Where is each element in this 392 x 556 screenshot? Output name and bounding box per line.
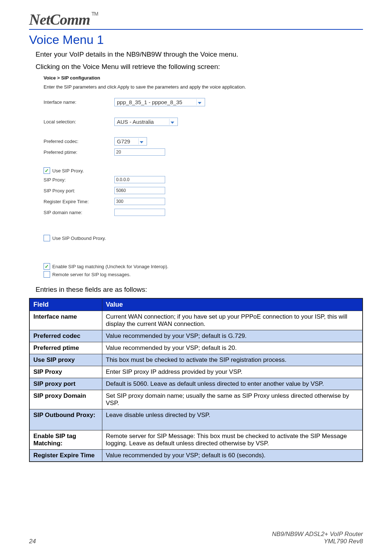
label-tag-matching: Enable SIP tag matching (Uncheck for Von… bbox=[52, 264, 168, 269]
cell-value: Set SIP proxy domain name; usually the s… bbox=[102, 390, 363, 409]
input-sip-proxy[interactable]: 0.0.0.0 bbox=[114, 176, 165, 183]
row-local: Local selection: AUS - Australia bbox=[44, 117, 341, 126]
header-rule: NetCommTM bbox=[29, 11, 363, 30]
table-row: SIP proxy DomainSet SIP proxy domain nam… bbox=[29, 390, 363, 409]
label-codec: Preferred codec: bbox=[44, 139, 114, 144]
cell-value: Value recommended by your VSP; default i… bbox=[102, 330, 363, 342]
checkbox-use-sip-proxy[interactable] bbox=[44, 167, 50, 174]
row-sip-port: SIP Proxy port: 5060 bbox=[44, 186, 341, 195]
intro-line-1: Enter your VoIP details in the NB9/NB9W … bbox=[36, 50, 363, 58]
row-outbound-proxy: Use SIP Outbound Proxy. bbox=[44, 235, 341, 241]
page: NetCommTM Voice Menu 1 Enter your VoIP d… bbox=[0, 0, 392, 556]
table-row: SIP Outbound Proxy:Leave disable unless … bbox=[29, 409, 363, 430]
select-local-value: AUS - Australia bbox=[117, 119, 167, 125]
row-reg-expire: Register Expire Time: 300 bbox=[44, 197, 341, 206]
breadcrumb: Voice > SIP configuration bbox=[44, 75, 341, 81]
cell-value: This box must be checked to activate the… bbox=[102, 354, 363, 366]
cell-field: SIP proxy port bbox=[29, 378, 102, 390]
cell-field: Preferred ptime bbox=[29, 342, 102, 354]
cell-value: Leave disable unless directed by VSP. bbox=[102, 409, 363, 430]
row-codec: Preferred codec: G729 bbox=[44, 137, 341, 146]
cell-value: Value recommended by your VSP; default i… bbox=[102, 450, 363, 462]
checkbox-remote-log[interactable] bbox=[44, 271, 50, 278]
cell-field: Enable SIP tag Matching: bbox=[29, 430, 102, 450]
checkbox-tag-matching[interactable] bbox=[44, 263, 50, 270]
cell-field: Preferred codec bbox=[29, 330, 102, 342]
select-codec-value: G729 bbox=[117, 138, 136, 144]
chevron-down-icon bbox=[169, 119, 175, 125]
cell-field: Register Expire Time bbox=[29, 450, 102, 462]
row-sip-domain: SIP domain name: bbox=[44, 208, 341, 217]
table-row: Register Expire TimeValue recommended by… bbox=[29, 450, 363, 462]
label-reg-expire: Register Expire Time: bbox=[44, 199, 114, 204]
table-row: Interface nameCurrent WAN connection; if… bbox=[29, 311, 363, 330]
footer-right: NB9/NB9W ADSL2+ VoIP Router YML790 Rev8 bbox=[272, 531, 363, 545]
config-screenshot: Voice > SIP configuration Enter the SIP … bbox=[44, 75, 341, 278]
row-tag-matching: Enable SIP tag matching (Uncheck for Von… bbox=[44, 263, 341, 270]
cell-value: Enter SIP proxy IP address provided by y… bbox=[102, 366, 363, 378]
row-interface: Interface name: ppp_8_35_1 - pppoe_8_35 bbox=[44, 98, 341, 106]
table-row: Enable SIP tag Matching:Remote server fo… bbox=[29, 430, 363, 450]
entries-caption: Entries in these fields are as follows: bbox=[36, 286, 363, 294]
cell-field: SIP Proxy bbox=[29, 366, 102, 378]
chevron-down-icon bbox=[196, 99, 203, 105]
intro-line-2: Clicking on the Voice Menu will retrieve… bbox=[36, 63, 363, 71]
page-number: 24 bbox=[29, 538, 36, 545]
label-outbound-proxy: Use SIP Outbound Proxy. bbox=[52, 236, 106, 241]
label-local: Local selection: bbox=[44, 119, 114, 124]
input-sip-port[interactable]: 5060 bbox=[114, 187, 165, 194]
config-instruction: Enter the SIP parameters and click Apply… bbox=[44, 84, 341, 90]
page-title: Voice Menu 1 bbox=[29, 33, 363, 47]
label-sip-proxy: SIP Proxy: bbox=[44, 177, 114, 183]
checkbox-outbound-proxy[interactable] bbox=[44, 235, 50, 241]
input-sip-domain[interactable] bbox=[114, 209, 165, 216]
cell-value: Remote server for SIP Message: This box … bbox=[102, 430, 363, 450]
select-local[interactable]: AUS - Australia bbox=[114, 118, 178, 126]
table-row: SIP proxy portDefault is 5060. Leave as … bbox=[29, 378, 363, 390]
label-ptime: Preferred ptime: bbox=[44, 150, 114, 155]
select-interface-value: ppp_8_35_1 - pppoe_8_35 bbox=[117, 99, 194, 105]
table-row: Use SIP proxyThis box must be checked to… bbox=[29, 354, 363, 366]
row-ptime: Preferred ptime: 20 bbox=[44, 148, 341, 156]
row-remote-log: Remote server for SIP log messages. bbox=[44, 271, 341, 278]
chevron-down-icon bbox=[138, 138, 144, 144]
table-row: Preferred codecValue recommended by your… bbox=[29, 330, 363, 342]
label-use-sip-proxy: Use SIP Proxy. bbox=[52, 168, 84, 173]
cell-field: SIP proxy Domain bbox=[29, 390, 102, 409]
table-row: SIP ProxyEnter SIP proxy IP address prov… bbox=[29, 366, 363, 378]
brand-text: NetComm bbox=[29, 11, 90, 28]
label-sip-domain: SIP domain name: bbox=[44, 210, 114, 215]
col-header-value: Value bbox=[102, 298, 363, 311]
footer-product: NB9/NB9W ADSL2+ VoIP Router bbox=[272, 531, 363, 538]
cell-value: Current WAN connection; if you have set … bbox=[102, 311, 363, 330]
footer-doc: YML790 Rev8 bbox=[272, 538, 363, 545]
input-ptime[interactable]: 20 bbox=[114, 148, 165, 156]
row-use-sip-proxy: Use SIP Proxy. bbox=[44, 167, 341, 174]
footer: 24 NB9/NB9W ADSL2+ VoIP Router YML790 Re… bbox=[29, 531, 363, 545]
select-codec[interactable]: G729 bbox=[114, 137, 147, 146]
input-reg-expire[interactable]: 300 bbox=[114, 198, 165, 205]
brand-logo: NetCommTM bbox=[29, 11, 98, 28]
cell-field: SIP Outbound Proxy: bbox=[29, 409, 102, 430]
field-value-table: Field Value Interface nameCurrent WAN co… bbox=[29, 298, 363, 462]
label-interface: Interface name: bbox=[44, 99, 114, 105]
trademark: TM bbox=[91, 11, 98, 17]
cell-value: Value recommended by your VSP; default i… bbox=[102, 342, 363, 354]
row-sip-proxy: SIP Proxy: 0.0.0.0 bbox=[44, 175, 341, 184]
cell-value: Default is 5060. Leave as default unless… bbox=[102, 378, 363, 390]
table-header-row: Field Value bbox=[29, 298, 363, 311]
cell-field: Use SIP proxy bbox=[29, 354, 102, 366]
label-remote-log: Remote server for SIP log messages. bbox=[52, 272, 131, 277]
label-sip-port: SIP Proxy port: bbox=[44, 188, 114, 193]
select-interface[interactable]: ppp_8_35_1 - pppoe_8_35 bbox=[114, 98, 205, 106]
col-header-field: Field bbox=[29, 298, 102, 311]
table-row: Preferred ptimeValue recommended by your… bbox=[29, 342, 363, 354]
cell-field: Interface name bbox=[29, 311, 102, 330]
